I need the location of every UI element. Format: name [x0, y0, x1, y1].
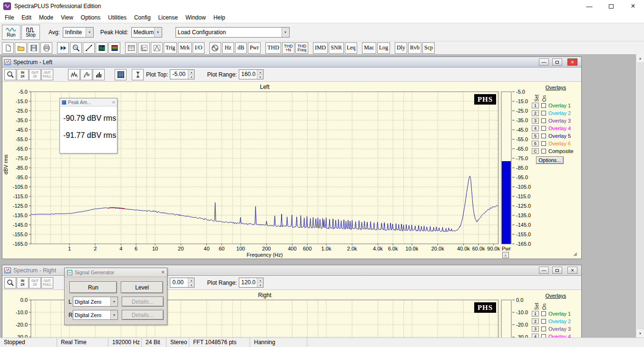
overlay-3-set-button-left[interactable]: 3: [532, 118, 539, 124]
right-waveform-select[interactable]: Digital Zero ▼: [73, 310, 118, 320]
stop-button[interactable]: Stop: [21, 25, 40, 40]
overlay-1-set-button-right[interactable]: 1: [532, 311, 539, 317]
overlay-3-set-button-right[interactable]: 3: [532, 326, 539, 332]
plot-top-input-left-down-icon[interactable]: ▼: [188, 75, 194, 79]
plot-top-input-left-value[interactable]: -5.00: [170, 70, 188, 79]
peak-hold-dropdown-arrow-icon[interactable]: ▼: [154, 28, 162, 37]
reverb-button[interactable]: Rvb: [408, 42, 421, 54]
overlay-5-set-button-left[interactable]: 5: [532, 133, 539, 139]
spectrum-left-maximize-button[interactable]: [552, 58, 562, 66]
menu-utilities[interactable]: Utilities: [104, 13, 130, 22]
avg-select[interactable]: Infinite ▼: [63, 27, 94, 38]
line-plot-button-left[interactable]: [68, 69, 80, 80]
bar-plot-button-left[interactable]: [93, 69, 105, 80]
plot-top-input-right-value[interactable]: 0.00: [170, 278, 188, 287]
scrollbar-thumb[interactable]: [637, 62, 644, 329]
plot-top-input-right-up-icon[interactable]: ▲: [188, 278, 194, 283]
delay-button[interactable]: Dly: [395, 42, 407, 54]
snr-button[interactable]: SNR: [329, 42, 343, 54]
thd-freq-button[interactable]: THDFreq: [295, 42, 308, 54]
data-table-button[interactable]: [125, 42, 137, 54]
overlay-c-set-button-left[interactable]: C: [532, 148, 539, 154]
overlay-1-on-checkbox-right[interactable]: [541, 311, 546, 316]
peak-amplitude-close-icon[interactable]: ×: [112, 99, 115, 105]
run-continuous-button[interactable]: [57, 42, 69, 54]
plot-range-input-right-up-icon[interactable]: ▲: [257, 278, 263, 283]
resize-grip-left[interactable]: ◢: [573, 251, 577, 256]
overlays-options-button-left[interactable]: Options...: [536, 156, 564, 164]
overlay-4-set-button-right[interactable]: 4: [532, 334, 539, 337]
io-device-button[interactable]: I/O: [193, 42, 205, 54]
run-button[interactable]: Run: [2, 25, 20, 40]
plot-range-input-right-value[interactable]: 120.0: [239, 278, 257, 287]
units-db-button[interactable]: dB: [235, 42, 247, 54]
overlay-1-set-button-left[interactable]: 1: [532, 103, 539, 108]
left-waveform-arrow-icon[interactable]: ▼: [110, 297, 117, 306]
overlay-4-on-checkbox-right[interactable]: [541, 334, 546, 337]
scroll-up-icon[interactable]: ▲: [636, 54, 644, 62]
thd-n-button[interactable]: THD+N: [282, 42, 295, 54]
app-titlebar[interactable]: SpectraPLUS Professional Edition — ×: [0, 0, 644, 12]
markers-button[interactable]: Mrk: [178, 42, 192, 54]
plot-top-input-left-up-icon[interactable]: ▲: [188, 70, 194, 75]
avg-dropdown-arrow-icon[interactable]: ▼: [86, 28, 93, 37]
plot-range-input-left-down-icon[interactable]: ▼: [257, 75, 263, 79]
signal-generator-titlebar[interactable]: Signal Generator ×: [65, 268, 167, 277]
overlay-c-on-checkbox-left[interactable]: [541, 149, 546, 154]
macro-button[interactable]: Mac: [362, 42, 376, 54]
overlay-6-on-checkbox-left[interactable]: [541, 141, 546, 146]
spectrum-right-minimize-button[interactable]: —: [539, 267, 549, 274]
plot-range-input-right-down-icon[interactable]: ▼: [257, 283, 263, 287]
overlay-2-set-button-left[interactable]: 2: [532, 110, 539, 116]
zoom-signal-button[interactable]: [70, 42, 82, 54]
power-button[interactable]: Pwr: [248, 42, 261, 54]
menu-options[interactable]: Options: [77, 13, 104, 22]
zoom-in-2x-button-left[interactable]: IN2X: [17, 69, 29, 80]
menu-config[interactable]: Config: [130, 13, 155, 22]
load-configuration-select[interactable]: Load Configuration ▼: [176, 27, 290, 38]
spectrum-left-titlebar[interactable]: Spectrum - Left — ×: [2, 57, 581, 67]
thd-button[interactable]: THD: [265, 42, 281, 54]
zoom-button-left[interactable]: [4, 69, 16, 80]
spectrum-right-close-button[interactable]: ×: [567, 267, 577, 274]
right-details-button[interactable]: Details...: [122, 310, 164, 320]
peak-amplitude-window[interactable]: Peak Am... × -90.79 dBV rms -91.77 dBV r…: [59, 98, 117, 154]
spectrum-left-minimize-button[interactable]: —: [539, 58, 549, 66]
plot-range-input-left-up-icon[interactable]: ▲: [257, 70, 263, 75]
overlay-2-set-button-right[interactable]: 2: [532, 318, 539, 324]
overlay-6-set-button-left[interactable]: 6: [532, 141, 539, 146]
overlay-1-on-checkbox-left[interactable]: [541, 103, 546, 108]
signal-generator-close-icon[interactable]: ×: [161, 269, 165, 276]
menu-help[interactable]: Help: [210, 13, 229, 22]
open-file-button[interactable]: [15, 42, 27, 54]
grid-options-button-left[interactable]: [115, 69, 127, 80]
scroll-down-icon[interactable]: ▼: [636, 329, 644, 337]
spectrogram-button[interactable]: [108, 42, 120, 54]
overlay-2-on-checkbox-right[interactable]: [541, 319, 546, 324]
phase-plot-button[interactable]: [83, 42, 95, 54]
signal-generator-dialog[interactable]: Signal Generator × Run Level L Digital Z…: [64, 268, 167, 325]
zoom-out-full-button-left[interactable]: OUTFULL: [41, 69, 53, 80]
zoom-in-2x-button-right[interactable]: IN2X: [17, 277, 29, 289]
zoom-out-2x-button-right[interactable]: OUT2X: [29, 277, 41, 289]
left-details-button[interactable]: Details...: [122, 297, 164, 307]
plot-range-input-left-value[interactable]: 160.0: [239, 70, 257, 79]
plot-range-input-right[interactable]: 120.0▲▼: [239, 278, 263, 288]
plot-top-input-right-down-icon[interactable]: ▼: [188, 283, 194, 287]
menu-window[interactable]: Window: [182, 13, 210, 22]
amplitude-scale-button-left[interactable]: [132, 69, 144, 80]
weighting-button[interactable]: [151, 42, 163, 54]
waterfall-button[interactable]: [96, 42, 107, 54]
app-close-button[interactable]: ×: [622, 0, 644, 12]
spectrum-right-maximize-button[interactable]: [552, 267, 562, 274]
scaling-button[interactable]: [138, 42, 150, 54]
overlay-3-on-checkbox-right[interactable]: [541, 327, 546, 331]
left-waveform-select[interactable]: Digital Zero ▼: [73, 297, 118, 307]
new-file-button[interactable]: [2, 42, 14, 54]
load-configuration-arrow-icon[interactable]: ▼: [282, 28, 289, 37]
spectrum-left-close-button[interactable]: ×: [567, 58, 577, 66]
overlay-3-on-checkbox-left[interactable]: [541, 118, 546, 123]
save-file-button[interactable]: [28, 42, 39, 54]
logging-button[interactable]: Log: [377, 42, 390, 54]
leq-button[interactable]: Leq: [345, 42, 358, 54]
